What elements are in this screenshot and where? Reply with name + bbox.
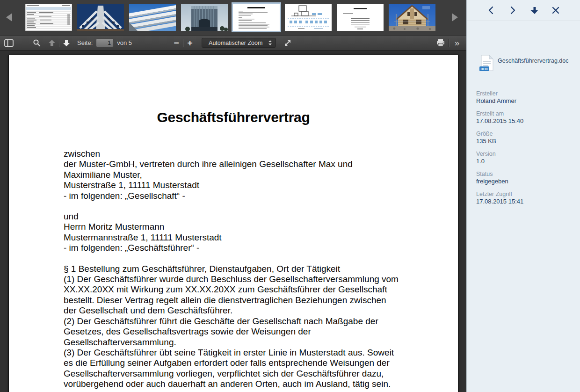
metadata-field: Größe 135 KB <box>476 131 575 145</box>
minus-icon: − <box>174 38 179 47</box>
search-icon <box>33 39 41 47</box>
field-label: Größe <box>476 131 575 138</box>
document-page: Geschäftsführervertrag zwischen der Must… <box>8 55 458 392</box>
zoom-select-value: Automatischer Zoom <box>209 40 262 46</box>
viewer-column: Seite: von 5 − + Automatischer Zoom <box>0 0 466 392</box>
close-icon <box>552 7 559 14</box>
thumbnails-scroll-left-button[interactable] <box>4 4 15 31</box>
download-file-button[interactable] <box>530 6 538 15</box>
document-viewer-app: Seite: von 5 − + Automatischer Zoom <box>0 0 580 392</box>
select-arrows-icon <box>268 40 272 46</box>
toolbar-divider <box>183 39 183 47</box>
text-document-preview-icon <box>337 4 384 31</box>
building-glass-photo-icon <box>181 4 228 31</box>
field-label: Status <box>476 171 575 178</box>
thumbnail-strip <box>0 0 466 36</box>
diagonal-expand-icon <box>284 39 291 47</box>
document-paragraph: zwischen der Muster-GmbH, vertreten durc… <box>64 149 445 201</box>
zoom-in-button[interactable]: + <box>186 37 194 49</box>
field-value: 17.08.2015 15:40 <box>476 117 575 124</box>
chevron-right-icon <box>509 6 516 15</box>
next-page-button[interactable] <box>62 37 71 49</box>
file-details-panel: DOC Geschäftsführervertrag.doc Ersteller… <box>466 0 580 392</box>
double-chevron-right-icon: » <box>455 38 460 47</box>
page-number-input[interactable] <box>96 38 114 47</box>
toolbar-divider <box>449 39 449 47</box>
field-value: 135 KB <box>476 138 575 145</box>
document-paragraph: und Herrn Moritz Mustermann Mustermannst… <box>64 211 445 254</box>
zoom-out-button[interactable]: − <box>172 37 181 49</box>
metadata-field: Version 1.0 <box>476 151 575 165</box>
triangle-left-icon <box>5 13 14 22</box>
more-tools-button[interactable]: » <box>451 37 463 49</box>
thumbnail-building-zigzag[interactable] <box>77 4 124 31</box>
zoom-select[interactable]: Automatischer Zoom <box>202 38 276 48</box>
thumbnail-wooden-house[interactable] <box>389 4 435 31</box>
printer-icon <box>436 39 445 47</box>
pdf-toolbar: Seite: von 5 − + Automatischer Zoom <box>0 36 466 51</box>
building-white-photo-icon <box>129 4 176 31</box>
sidebar-toggle-button[interactable] <box>4 37 14 49</box>
download-arrow-icon <box>530 7 538 15</box>
page-label: Seite: <box>77 39 93 46</box>
field-label: Version <box>476 151 575 158</box>
thumbnail-spreadsheet[interactable] <box>25 4 72 31</box>
thumbnail-building-glass[interactable] <box>181 4 228 31</box>
wooden-house-photo-icon <box>389 4 435 31</box>
field-value: 17.08.2015 15:41 <box>476 198 575 205</box>
chevron-left-icon <box>488 6 494 15</box>
arrow-down-icon <box>63 39 70 47</box>
sidebar-toggle-icon <box>4 39 14 47</box>
document-viewport[interactable]: Geschäftsführervertrag zwischen der Must… <box>0 51 466 392</box>
print-button[interactable] <box>435 37 446 49</box>
metadata-field: Status freigegeben <box>476 171 575 185</box>
plus-icon: + <box>188 38 193 47</box>
metadata-field: Ersteller Roland Ammer <box>476 90 575 104</box>
thumbnail-contract-document[interactable] <box>233 4 280 31</box>
file-metadata-list: Ersteller Roland Ammer Erstellt am 17.08… <box>476 90 575 211</box>
field-value: 1.0 <box>476 158 575 165</box>
thumbnail-text-document[interactable] <box>337 4 384 31</box>
doc-file-icon: DOC <box>479 55 495 74</box>
previous-file-button[interactable] <box>487 6 495 15</box>
document-body: zwischen der Muster-GmbH, vertreten durc… <box>64 149 445 392</box>
field-value: Roland Ammer <box>476 97 575 104</box>
field-value: freigegeben <box>476 178 575 185</box>
field-label: Ersteller <box>476 90 575 97</box>
spreadsheet-preview-icon <box>25 4 72 31</box>
thumbnail-floor-plan[interactable] <box>285 4 332 31</box>
contract-document-preview-icon <box>233 4 280 31</box>
field-label: Erstellt am <box>476 110 575 117</box>
floor-plan-drawing-icon <box>285 4 332 31</box>
arrow-up-icon <box>48 39 56 47</box>
page-count-label: von 5 <box>117 39 132 46</box>
field-label: Letzter Zugriff <box>476 191 575 198</box>
metadata-field: Erstellt am 17.08.2015 15:40 <box>476 110 575 124</box>
doc-badge-label: DOC <box>481 67 488 71</box>
close-panel-button[interactable] <box>551 6 560 15</box>
document-title: Geschäftsführervertrag <box>9 109 458 125</box>
file-name: Geschäftsführervertrag.doc <box>498 58 568 64</box>
toolbar-divider <box>59 39 59 47</box>
presentation-mode-button[interactable] <box>283 37 293 49</box>
panel-icon-bar <box>467 0 580 21</box>
thumbnail-building-white[interactable] <box>129 4 176 31</box>
metadata-field: Letzter Zugriff 17.08.2015 15:41 <box>476 191 575 205</box>
search-button[interactable] <box>32 37 41 49</box>
thumbnails-scroll-right-button[interactable] <box>449 4 460 31</box>
document-paragraph: § 1 Bestellung zum Geschäftsführer, Dien… <box>64 264 445 390</box>
previous-page-button[interactable] <box>47 37 57 49</box>
triangle-right-icon <box>450 13 459 22</box>
building-zigzag-photo-icon <box>77 4 124 31</box>
next-file-button[interactable] <box>508 6 517 15</box>
